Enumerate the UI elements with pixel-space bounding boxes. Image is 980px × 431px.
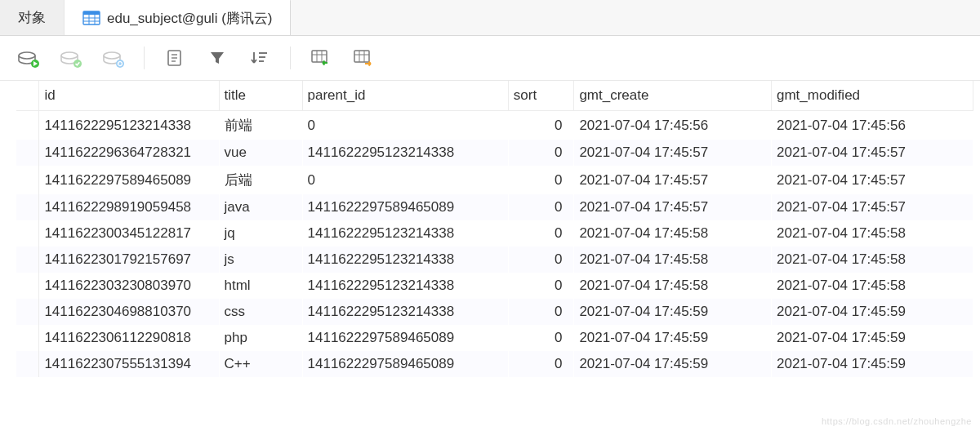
cell-title[interactable]: jq	[219, 220, 302, 247]
table-row[interactable]: 1411622296364728321vue141162229512321433…	[16, 140, 973, 166]
cell-id[interactable]: 1411622298919059458	[39, 194, 219, 220]
data-grid[interactable]: id title parent_id sort gmt_create gmt_m…	[0, 81, 980, 431]
cell-gmt-modified[interactable]: 2021-07-04 17:45:58	[771, 220, 973, 247]
cell-title[interactable]: css	[219, 299, 302, 325]
table-row[interactable]: 1411622300345122817jq1411622295123214338…	[16, 220, 973, 247]
cell-sort[interactable]: 0	[508, 194, 574, 220]
refresh-button[interactable]	[101, 46, 126, 70]
memo-button[interactable]	[163, 46, 187, 70]
cell-gmt-create[interactable]: 2021-07-04 17:45:58	[574, 273, 772, 299]
run-query-button[interactable]	[16, 46, 41, 70]
cell-sort[interactable]: 0	[508, 140, 574, 166]
cell-title[interactable]: js	[219, 247, 302, 273]
table-row[interactable]: 1411622306112290818php141162229758946508…	[16, 325, 973, 351]
cell-sort[interactable]: 0	[508, 111, 574, 140]
cell-parent-id[interactable]: 1411622295123214338	[302, 220, 508, 247]
row-number-cell	[16, 247, 39, 273]
cell-gmt-modified[interactable]: 2021-07-04 17:45:57	[771, 194, 973, 220]
table-row[interactable]: 1411622298919059458java14116222975894650…	[16, 194, 973, 220]
row-number-cell	[16, 351, 39, 377]
cell-parent-id[interactable]: 1411622297589465089	[302, 194, 508, 220]
row-number-cell	[16, 273, 39, 299]
row-number-cell	[16, 325, 39, 351]
svg-rect-19	[312, 51, 327, 62]
cell-gmt-create[interactable]: 2021-07-04 17:45:59	[574, 325, 772, 351]
cell-parent-id[interactable]: 1411622295123214338	[302, 247, 508, 273]
column-header-title[interactable]: title	[219, 81, 302, 111]
cell-gmt-create[interactable]: 2021-07-04 17:45:58	[574, 247, 772, 273]
cell-title[interactable]: php	[219, 325, 302, 351]
cell-parent-id[interactable]: 1411622295123214338	[302, 273, 508, 299]
cell-gmt-create[interactable]: 2021-07-04 17:45:58	[574, 220, 772, 247]
cell-parent-id[interactable]: 1411622297589465089	[302, 325, 508, 351]
table-icon	[82, 10, 100, 26]
cell-gmt-create[interactable]: 2021-07-04 17:45:57	[574, 140, 772, 166]
cell-gmt-modified[interactable]: 2021-07-04 17:45:57	[771, 166, 973, 194]
table-row[interactable]: 1411622307555131394C++141162229758946508…	[16, 351, 973, 377]
cell-sort[interactable]: 0	[508, 273, 574, 299]
cell-gmt-create[interactable]: 2021-07-04 17:45:56	[574, 111, 772, 140]
export-button[interactable]	[351, 46, 376, 70]
cell-id[interactable]: 1411622306112290818	[39, 325, 219, 351]
cell-id[interactable]: 1411622297589465089	[39, 166, 219, 194]
cell-id[interactable]: 1411622307555131394	[39, 351, 219, 377]
cell-parent-id[interactable]: 1411622297589465089	[302, 351, 508, 377]
commit-button[interactable]	[59, 46, 83, 70]
cell-gmt-modified[interactable]: 2021-07-04 17:45:59	[771, 351, 973, 377]
cell-title[interactable]: java	[219, 194, 302, 220]
column-header-gmt-create[interactable]: gmt_create	[574, 81, 772, 111]
cell-gmt-modified[interactable]: 2021-07-04 17:45:58	[771, 273, 973, 299]
column-header-gmt-modified[interactable]: gmt_modified	[771, 81, 973, 111]
tab-objects[interactable]: 对象	[0, 0, 65, 35]
cell-sort[interactable]: 0	[508, 247, 574, 273]
row-number-cell	[16, 299, 39, 325]
cell-id[interactable]: 1411622304698810370	[39, 299, 219, 325]
cell-id[interactable]: 1411622301792157697	[39, 247, 219, 273]
cell-id[interactable]: 1411622295123214338	[39, 111, 219, 140]
cell-title[interactable]: html	[219, 273, 302, 299]
cell-id[interactable]: 1411622296364728321	[39, 140, 219, 166]
cell-gmt-modified[interactable]: 2021-07-04 17:45:56	[771, 111, 973, 140]
cell-parent-id[interactable]: 1411622295123214338	[302, 140, 508, 166]
table-row[interactable]: 1411622301792157697js1411622295123214338…	[16, 247, 973, 273]
cell-gmt-create[interactable]: 2021-07-04 17:45:57	[574, 194, 772, 220]
cell-gmt-modified[interactable]: 2021-07-04 17:45:59	[771, 325, 973, 351]
cell-id[interactable]: 1411622303230803970	[39, 273, 219, 299]
cell-sort[interactable]: 0	[508, 299, 574, 325]
cell-gmt-modified[interactable]: 2021-07-04 17:45:59	[771, 299, 973, 325]
cell-gmt-modified[interactable]: 2021-07-04 17:45:57	[771, 140, 973, 166]
cell-title[interactable]: 后端	[219, 166, 302, 194]
table-row[interactable]: 1411622303230803970html14116222951232143…	[16, 273, 973, 299]
column-header-id[interactable]: id	[39, 81, 219, 111]
cell-title[interactable]: vue	[219, 140, 302, 166]
cell-gmt-create[interactable]: 2021-07-04 17:45:57	[574, 166, 772, 194]
table-row[interactable]: 1411622297589465089后端002021-07-04 17:45:…	[16, 166, 973, 194]
cell-gmt-create[interactable]: 2021-07-04 17:45:59	[574, 351, 772, 377]
cell-id[interactable]: 1411622300345122817	[39, 220, 219, 247]
filter-button[interactable]	[205, 46, 229, 70]
sort-button[interactable]	[247, 46, 272, 70]
cell-sort[interactable]: 0	[508, 166, 574, 194]
cell-sort[interactable]: 0	[508, 351, 574, 377]
tab-table-edu-subject[interactable]: edu_subject@guli (腾讯云)	[65, 0, 291, 35]
cell-sort[interactable]: 0	[508, 220, 574, 247]
column-header-sort[interactable]: sort	[508, 81, 574, 111]
row-number-cell	[16, 166, 39, 194]
table-header-row: id title parent_id sort gmt_create gmt_m…	[16, 81, 973, 111]
row-number-cell	[16, 111, 39, 140]
row-number-header[interactable]	[16, 81, 39, 111]
cell-title[interactable]: C++	[219, 351, 302, 377]
cell-parent-id[interactable]: 0	[302, 111, 508, 140]
cell-parent-id[interactable]: 0	[302, 166, 508, 194]
cell-gmt-create[interactable]: 2021-07-04 17:45:59	[574, 299, 772, 325]
svg-rect-23	[354, 51, 369, 62]
import-button[interactable]	[309, 46, 333, 70]
cell-parent-id[interactable]: 1411622295123214338	[302, 299, 508, 325]
cell-title[interactable]: 前端	[219, 111, 302, 140]
column-header-parent-id[interactable]: parent_id	[302, 81, 508, 111]
cell-gmt-modified[interactable]: 2021-07-04 17:45:58	[771, 247, 973, 273]
tab-table-label: edu_subject@guli (腾讯云)	[107, 9, 272, 28]
cell-sort[interactable]: 0	[508, 325, 574, 351]
table-row[interactable]: 1411622295123214338前端002021-07-04 17:45:…	[16, 111, 973, 140]
table-row[interactable]: 1411622304698810370css141162229512321433…	[16, 299, 973, 325]
